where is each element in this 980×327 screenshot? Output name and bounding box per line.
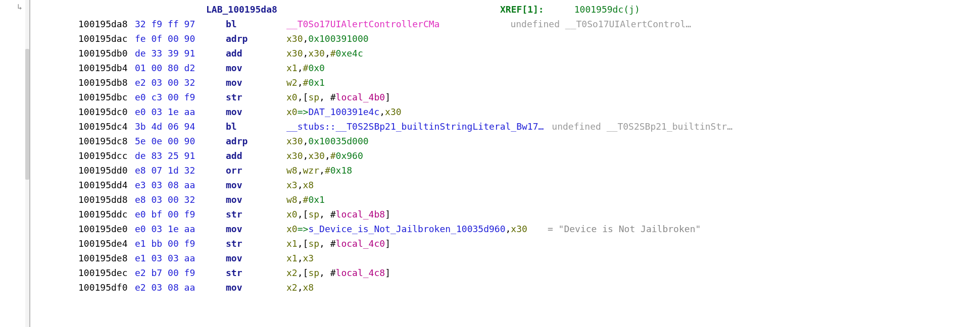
register-operand[interactable]: # — [330, 48, 336, 59]
number-operand[interactable]: 0x18 — [330, 165, 352, 176]
address[interactable]: 100195df0 — [78, 280, 135, 295]
register-operand[interactable]: x0 — [286, 224, 298, 234]
register-operand[interactable]: x30 — [308, 48, 325, 59]
instruction-row[interactable]: 100195db401 00 80 d2movx1,#0x0 — [35, 61, 980, 75]
address[interactable]: 100195db8 — [78, 75, 135, 90]
instruction-row[interactable]: 100195dccde 83 25 91addx30,x30,#0x960 — [35, 148, 980, 163]
mnemonic[interactable]: mov — [226, 61, 286, 75]
instruction-row[interactable]: 100195dd4e3 03 08 aamovx3,x8 — [35, 178, 980, 192]
scrollbar-thumb[interactable] — [25, 49, 29, 180]
mnemonic[interactable]: str — [226, 90, 286, 104]
mnemonic[interactable]: mov — [226, 75, 286, 90]
address[interactable]: 100195dc8 — [78, 134, 135, 148]
local-variable[interactable]: local_4c8 — [336, 267, 385, 278]
address[interactable]: 100195db4 — [78, 61, 135, 75]
register-operand[interactable]: w8 — [286, 165, 298, 176]
mnemonic[interactable]: add — [226, 46, 286, 61]
instruction-row[interactable]: 100195dc0e0 03 1e aamovx0=>DAT_100391e4c… — [35, 104, 980, 119]
local-variable[interactable]: local_4c0 — [336, 238, 385, 249]
address[interactable]: 100195de0 — [78, 222, 135, 236]
address[interactable]: 100195dd0 — [78, 163, 135, 178]
instruction-row[interactable]: 100195dd8e8 03 00 32movw8,#0x1 — [35, 192, 980, 207]
code-label-row[interactable]: LAB_100195da8 XREF[1]: 1001959dc(j) — [35, 2, 980, 17]
address[interactable]: 100195dec — [78, 265, 135, 280]
mnemonic[interactable]: str — [226, 236, 286, 251]
instruction-row[interactable]: 100195dd0e8 07 1d 32orrw8,wzr,#0x18 — [35, 163, 980, 178]
mnemonic[interactable]: adrp — [226, 134, 286, 148]
instruction-row[interactable]: 100195db8e2 03 00 32movw2,#0x1 — [35, 75, 980, 90]
mnemonic[interactable]: mov — [226, 104, 286, 119]
instruction-row[interactable]: 100195dc85e 0e 00 90adrpx30,0x10035d000 — [35, 134, 980, 148]
address[interactable]: 100195da8 — [78, 17, 135, 31]
symbol-operand[interactable]: DAT_100391e4c — [308, 106, 379, 117]
register-operand[interactable]: # — [330, 150, 336, 161]
call-target[interactable]: __T0So17UIAlertControllerCMa — [286, 19, 439, 29]
register-operand[interactable]: x0 — [286, 106, 298, 117]
instruction-row[interactable]: 100195dc43b 4d 06 94bl__stubs::__T0S2SBp… — [35, 119, 980, 134]
register-operand[interactable]: x0 — [286, 209, 298, 220]
number-operand[interactable]: 0x100391000 — [308, 33, 368, 44]
local-variable[interactable]: local_4b8 — [336, 209, 385, 220]
address[interactable]: 100195de4 — [78, 236, 135, 251]
register-operand[interactable]: x8 — [303, 180, 314, 190]
mnemonic[interactable]: bl — [226, 17, 286, 31]
instruction-row[interactable]: 100195ddce0 bf 00 f9strx0,[sp, #local_4b… — [35, 207, 980, 222]
instruction-row[interactable]: 100195db0de 33 39 91addx30,x30,#0xe4c — [35, 46, 980, 61]
register-operand[interactable]: x2 — [286, 267, 298, 278]
register-operand[interactable]: sp — [308, 209, 319, 220]
xref-key[interactable]: XREF[1]: — [500, 2, 544, 17]
number-operand[interactable]: 0x10035d000 — [308, 136, 368, 146]
mnemonic[interactable]: add — [226, 148, 286, 163]
instruction-row[interactable]: 100195de4e1 bb 00 f9strx1,[sp, #local_4c… — [35, 236, 980, 251]
number-operand[interactable]: 0xe4c — [336, 48, 363, 59]
address[interactable]: 100195dac — [78, 31, 135, 46]
number-operand[interactable]: => — [298, 106, 309, 117]
register-operand[interactable]: x30 — [286, 136, 303, 146]
xref-target[interactable]: 1001959dc(j) — [574, 2, 640, 17]
scrollbar-track[interactable] — [25, 0, 29, 327]
mnemonic[interactable]: mov — [226, 178, 286, 192]
register-operand[interactable]: sp — [308, 238, 319, 249]
address[interactable]: 100195de8 — [78, 251, 135, 265]
instruction-row[interactable]: 100195dacfe 0f 00 90adrpx30,0x100391000 — [35, 31, 980, 46]
register-operand[interactable]: sp — [308, 267, 319, 278]
instruction-row[interactable]: 100195df0e2 03 08 aamovx2,x8 — [35, 280, 980, 295]
instruction-row[interactable]: 100195dece2 b7 00 f9strx2,[sp, #local_4c… — [35, 265, 980, 280]
register-operand[interactable]: x1 — [286, 63, 298, 73]
symbol-operand[interactable]: __stubs::__T0S2SBp21_builtinStringLitera… — [286, 121, 544, 132]
register-operand[interactable]: x30 — [511, 224, 527, 234]
register-operand[interactable]: x2 — [286, 282, 298, 293]
mnemonic[interactable]: mov — [226, 280, 286, 295]
register-operand[interactable]: x30 — [385, 106, 402, 117]
number-operand[interactable]: => — [298, 224, 309, 234]
number-operand[interactable]: 0x1 — [308, 77, 325, 88]
register-operand[interactable]: x8 — [303, 282, 314, 293]
address[interactable]: 100195dc4 — [78, 119, 135, 134]
mnemonic[interactable]: str — [226, 265, 286, 280]
register-operand[interactable]: w8 — [286, 194, 298, 205]
register-operand[interactable]: sp — [308, 92, 319, 102]
listing-view[interactable]: LAB_100195da8 XREF[1]: 1001959dc(j) 1001… — [30, 0, 980, 327]
register-operand[interactable]: # — [303, 194, 309, 205]
address[interactable]: 100195dd4 — [78, 178, 135, 192]
number-operand[interactable]: 0x0 — [308, 63, 325, 73]
number-operand[interactable]: 0x1 — [308, 194, 325, 205]
instruction-row[interactable]: 100195dbce0 c3 00 f9strx0,[sp, #local_4b… — [35, 90, 980, 104]
address[interactable]: 100195ddc — [78, 207, 135, 222]
register-operand[interactable]: x3 — [286, 180, 298, 190]
register-operand[interactable]: x30 — [286, 33, 303, 44]
local-variable[interactable]: local_4b0 — [336, 92, 385, 102]
mnemonic[interactable]: mov — [226, 192, 286, 207]
instruction-row[interactable]: 100195da832 f9 ff 97bl__T0So17UIAlertCon… — [35, 17, 980, 31]
mnemonic[interactable]: str — [226, 207, 286, 222]
register-operand[interactable]: # — [325, 165, 330, 176]
register-operand[interactable]: x3 — [303, 253, 314, 263]
mnemonic[interactable]: mov — [226, 222, 286, 236]
register-operand[interactable]: x0 — [286, 92, 298, 102]
address[interactable]: 100195db0 — [78, 46, 135, 61]
address[interactable]: 100195dc0 — [78, 104, 135, 119]
register-operand[interactable]: wzr — [303, 165, 320, 176]
mnemonic[interactable]: mov — [226, 251, 286, 265]
number-operand[interactable]: 0x960 — [336, 150, 363, 161]
register-operand[interactable]: # — [303, 63, 309, 73]
